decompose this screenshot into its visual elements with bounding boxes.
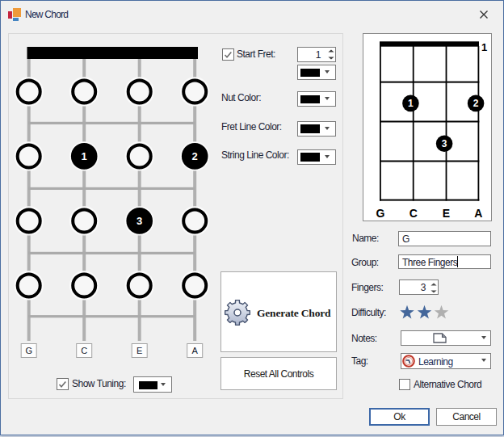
svg-text:G: G bbox=[376, 207, 384, 220]
svg-text:E: E bbox=[136, 346, 142, 355]
svg-text:C: C bbox=[81, 346, 87, 355]
svg-text:2: 2 bbox=[192, 150, 198, 162]
svg-text:A: A bbox=[474, 207, 482, 220]
svg-text:3: 3 bbox=[442, 138, 447, 149]
svg-text:E: E bbox=[443, 207, 450, 220]
svg-text:1: 1 bbox=[408, 98, 414, 109]
svg-text:1: 1 bbox=[82, 150, 87, 162]
svg-text:1: 1 bbox=[481, 41, 487, 53]
svg-text:A: A bbox=[192, 346, 199, 355]
svg-text:3: 3 bbox=[136, 215, 142, 227]
svg-text:G: G bbox=[25, 346, 32, 355]
svg-text:C: C bbox=[410, 207, 418, 220]
svg-text:2: 2 bbox=[473, 98, 479, 109]
